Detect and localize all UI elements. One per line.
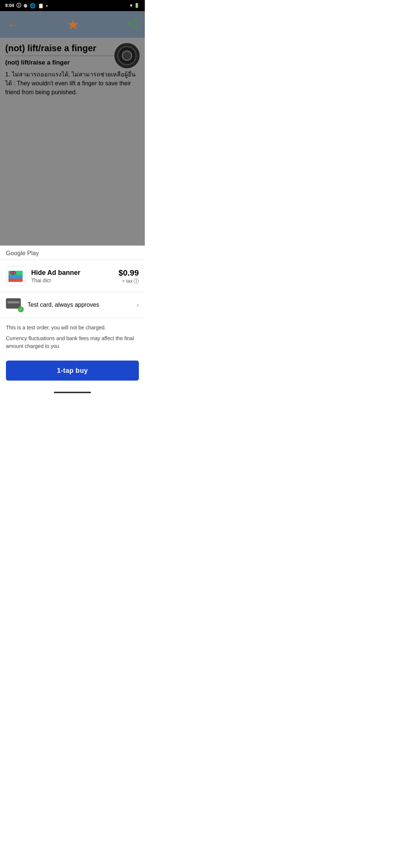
product-row: Hide Ad banner Thai dict $0.99 + tax i [0,260,145,292]
wifi-icon: ▾ [130,3,132,8]
share-button[interactable] [127,18,138,31]
svg-rect-6 [9,278,23,282]
audio-button[interactable] [114,43,140,68]
status-time-area: 9:04 ⓘ ⊕ 🌐 📋 • [5,2,48,9]
google-play-header: Google Play [0,246,145,260]
buy-button[interactable]: 1-tap buy [6,361,139,381]
svg-line-4 [129,23,136,27]
product-info: Hide Ad banner Thai dict [31,269,113,283]
payment-icon: ✓ [6,298,22,312]
dot-icon: • [46,3,48,9]
home-indicator [54,392,91,393]
favorite-button[interactable]: ★ [67,16,79,33]
tax-info-icon[interactable]: i [134,279,139,284]
info-icon: ⓘ [16,2,21,9]
back-button[interactable]: ← [7,17,19,32]
battery-icon: 🔋 [134,3,140,8]
payment-row[interactable]: ✓ Test card, always approves › [0,292,145,318]
payment-check-badge: ✓ [18,306,24,312]
payment-arrow-icon: › [137,301,139,309]
card-stripe [7,301,19,303]
buy-button-wrap: 1-tap buy [0,357,145,388]
status-system-icons: ▾ 🔋 [130,3,140,8]
globe-icon: 🌐 [30,3,36,9]
dict-definition: 1. ไม่สามารถออกแรงได้, ไม่สามารถช่วยเหลื… [5,70,140,97]
product-subtitle: Thai dict [31,277,113,283]
info-line2: Currency fluctuations and bank fees may … [6,335,139,350]
app-toolbar: ← ★ [0,11,145,38]
status-time: 9:04 [5,3,14,8]
google-play-label: Google Play [6,250,39,256]
clipboard-icon: 📋 [38,3,44,9]
svg-line-3 [129,20,136,23]
svg-rect-8 [9,274,23,279]
status-bar: 9:04 ⓘ ⊕ 🌐 📋 • ▾ 🔋 [0,0,145,11]
bottom-indicator [0,388,145,397]
product-name: Hide Ad banner [31,269,113,277]
info-section: This is a test order, you will not be ch… [0,318,145,357]
product-price-value: $0.99 [118,268,139,278]
product-price-tax: + tax i [118,278,139,284]
dictionary-content: (not) lift/raise a finger (not) lift/rai… [0,38,145,246]
payment-label: Test card, always approves [27,302,131,308]
product-icon [6,266,26,286]
info-line1: This is a test order, you will not be ch… [6,324,139,332]
vpn-icon: ⊕ [23,3,27,9]
product-price: $0.99 + tax i [118,268,139,284]
